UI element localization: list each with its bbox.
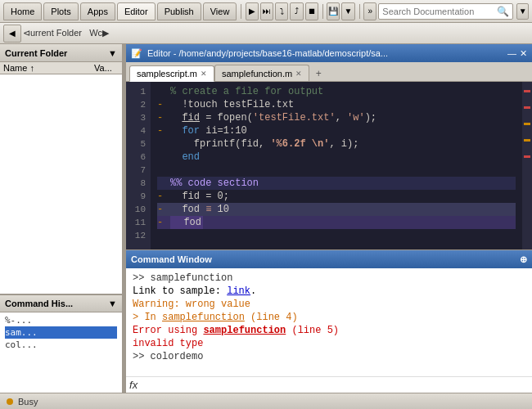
folder-table-header: Name ↑ Va... bbox=[0, 62, 122, 74]
cmd-invalid-type: invalid type bbox=[133, 338, 203, 349]
filter-button[interactable]: ▼ bbox=[516, 3, 529, 20]
code-content-4: for ii=1:10 bbox=[170, 124, 247, 137]
step-in-button[interactable]: ⤵ bbox=[275, 2, 288, 20]
expand-button[interactable]: » bbox=[363, 2, 376, 20]
line-num-10: 10 bbox=[126, 203, 146, 216]
cmd-link-period: . bbox=[250, 285, 256, 297]
history-content[interactable]: %-... sam... col... bbox=[0, 312, 122, 393]
history-item[interactable]: %-... bbox=[5, 314, 117, 326]
history-item-selected[interactable]: sam... bbox=[5, 326, 117, 339]
code-line-2: - !touch testFile.txt bbox=[157, 98, 516, 111]
cmd-expand-icon[interactable]: ⊕ bbox=[520, 254, 527, 265]
diff-11: - bbox=[157, 216, 167, 229]
line-num-2: 2 bbox=[126, 98, 146, 111]
stop-button[interactable]: ⏹ bbox=[305, 2, 318, 20]
cmd-prompt-2: >> colordemo bbox=[133, 351, 203, 362]
save-button[interactable]: 💾 bbox=[327, 2, 340, 20]
code-line-10: - fod ≡ 10 bbox=[157, 203, 516, 216]
folder-pane-collapse[interactable]: ▼ bbox=[108, 48, 117, 58]
tab-editor[interactable]: Editor bbox=[117, 2, 156, 20]
code-content-7 bbox=[170, 164, 176, 177]
diff-3: - bbox=[157, 111, 167, 124]
code-content-2: !touch testFile.txt bbox=[170, 98, 294, 111]
folder-pane-title: Current Folder bbox=[5, 48, 67, 58]
editor-area: 📝 Editor - /home/andy/projects/base16-ma… bbox=[126, 44, 532, 249]
cmd-content: >> samplefunction Link to sample: link. … bbox=[126, 268, 532, 376]
folder-content[interactable] bbox=[0, 74, 122, 294]
more-button[interactable]: ▼ bbox=[341, 2, 354, 20]
diff-5 bbox=[157, 137, 167, 151]
search-input[interactable] bbox=[382, 7, 497, 16]
code-content-5: fprintf(fid, '%6.2f \n', i); bbox=[170, 137, 358, 151]
search-box: 🔍 bbox=[378, 3, 513, 20]
code-content-11: fod bbox=[170, 216, 203, 229]
cmd-error-prefix: Error using bbox=[133, 325, 203, 336]
cmd-line-6: invalid type bbox=[133, 337, 525, 350]
run-button[interactable]: ▶ bbox=[246, 2, 259, 20]
line-numbers: 1 2 3 4 5 6 7 8 9 10 11 12 bbox=[126, 82, 151, 249]
step-out-button[interactable]: ⤴ bbox=[290, 2, 303, 20]
cmd-link[interactable]: link bbox=[227, 285, 250, 297]
tab-home[interactable]: Home bbox=[3, 2, 42, 20]
right-panel: 📝 Editor - /home/andy/projects/base16-ma… bbox=[126, 44, 532, 393]
editor-tab-samplefunction[interactable]: samplefunction.m ✕ bbox=[214, 65, 309, 81]
cmd-in-link[interactable]: samplefunction bbox=[162, 312, 245, 323]
history-pane-collapse[interactable]: ▼ bbox=[108, 299, 117, 308]
cmd-error-line: (line 5) bbox=[286, 325, 339, 336]
scroll-marker-4 bbox=[524, 139, 530, 142]
tab-apps[interactable]: Apps bbox=[80, 2, 115, 20]
folder-pane: Current Folder ▼ Name ↑ Va... bbox=[0, 44, 122, 294]
code-line-7 bbox=[157, 164, 516, 177]
cmd-title: Command Window bbox=[131, 254, 212, 264]
diff-10: - bbox=[157, 203, 167, 216]
code-content-9: fid = 0; bbox=[170, 190, 229, 203]
tab-view[interactable]: View bbox=[203, 2, 237, 20]
editor-scrollbar[interactable] bbox=[522, 82, 532, 249]
line-num-8: 8 bbox=[126, 177, 146, 190]
editor-minimize[interactable]: — bbox=[507, 48, 516, 58]
code-line-3: - fid = fopen('testFile.txt', 'w'); bbox=[157, 111, 516, 124]
scroll-marker-5 bbox=[524, 155, 530, 158]
editor-close[interactable]: ✕ bbox=[520, 48, 527, 59]
add-tab-button[interactable]: + bbox=[311, 66, 326, 81]
line-num-1: 1 bbox=[126, 85, 146, 98]
command-window: Command Window ⊕ >> samplefunction Link … bbox=[126, 249, 532, 393]
cmd-input-row: fx bbox=[126, 376, 532, 393]
status-text: Busy bbox=[18, 397, 38, 407]
tab-plots[interactable]: Plots bbox=[43, 2, 78, 20]
tab-publish[interactable]: Publish bbox=[157, 2, 201, 20]
history-item-2[interactable]: col... bbox=[5, 339, 117, 351]
editor-tab-close-2[interactable]: ✕ bbox=[295, 70, 302, 78]
code-content-8: %% code section bbox=[170, 177, 259, 190]
code-area[interactable]: % create a file for output - !touch test… bbox=[151, 82, 522, 249]
cmd-in-prefix: > In bbox=[133, 312, 162, 323]
cmd-prompt-1: >> samplefunction bbox=[133, 272, 232, 284]
toolbar-separator bbox=[241, 4, 241, 19]
main-area: Current Folder ▼ Name ↑ Va... Command Hi… bbox=[0, 44, 532, 393]
editor-icon: 📝 bbox=[131, 48, 142, 59]
status-light bbox=[7, 398, 13, 405]
line-num-7: 7 bbox=[126, 164, 146, 177]
cmd-error-link[interactable]: samplefunction bbox=[203, 325, 286, 336]
code-content-12 bbox=[170, 229, 176, 242]
step-button[interactable]: ⏭ bbox=[260, 2, 273, 20]
cmd-line-5: Error using samplefunction (line 5) bbox=[133, 324, 525, 337]
code-content-10: fod ≡ 10 bbox=[170, 203, 229, 216]
line-num-5: 5 bbox=[126, 137, 146, 151]
editor-tab-samplescript[interactable]: samplescript.m ✕ bbox=[129, 65, 214, 82]
line-num-4: 4 bbox=[126, 124, 146, 137]
history-pane-title: Command His... bbox=[5, 299, 73, 308]
cmd-in-line: (line 4) bbox=[245, 312, 298, 323]
search-icon: 🔍 bbox=[497, 6, 509, 17]
editor-content[interactable]: 1 2 3 4 5 6 7 8 9 10 11 12 bbox=[126, 82, 532, 249]
code-content-6: end bbox=[170, 151, 200, 164]
cmd-line-1: >> samplefunction bbox=[133, 272, 525, 285]
diff-2: - bbox=[157, 98, 167, 111]
code-line-9: - fid = 0; bbox=[157, 190, 516, 203]
back-button[interactable]: ◀ bbox=[3, 25, 21, 43]
editor-tab-close-1[interactable]: ✕ bbox=[201, 70, 207, 78]
line-num-6: 6 bbox=[126, 151, 146, 164]
editor-tab-label-1: samplescript.m bbox=[137, 69, 197, 79]
cmd-input[interactable] bbox=[141, 380, 529, 391]
code-content-1: % create a file for output bbox=[170, 85, 323, 98]
